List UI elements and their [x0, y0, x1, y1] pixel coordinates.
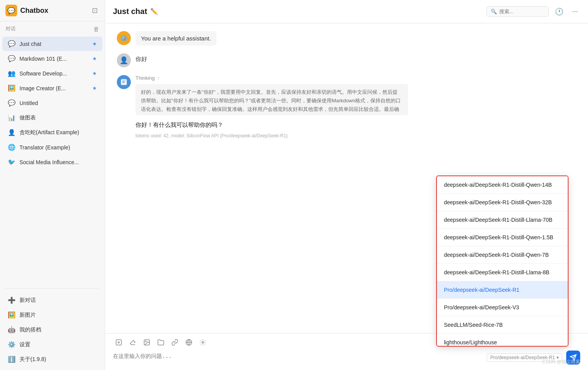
user-message: 👤 你好	[117, 53, 576, 67]
bottom-item-new-chat[interactable]: ➕ 新对话	[2, 293, 102, 307]
search-icon: 🔍	[491, 9, 497, 14]
bottom-item-label: 新图片	[19, 312, 36, 319]
more-options-button[interactable]: ···	[570, 6, 580, 17]
sidebar: 💬 Chatbox ⊡ 对话 🗑 💬 Just chat ★ 💬 Markdow…	[0, 0, 105, 370]
more-settings-button[interactable]	[197, 337, 209, 347]
svg-rect-2	[122, 82, 125, 83]
app-title: Chatbox	[20, 7, 48, 15]
bottom-item-settings[interactable]: ⚙️ 设置	[2, 337, 102, 352]
nav-item-icon: 🐦	[8, 158, 16, 166]
nav-item-icon: 👤	[8, 129, 16, 136]
nav-list: 💬 Just chat ★ 💬 Markdown 101 (E... ★ 👥 S…	[0, 35, 105, 286]
dropdown-item-lighthouse[interactable]: lighthouse/Lighthouse	[437, 334, 568, 347]
nav-item-icon: 💬	[8, 99, 16, 107]
bottom-item-my-partner[interactable]: 🤖 我的搭档	[2, 323, 102, 337]
bottom-item-icon: ⚙️	[8, 341, 16, 348]
dropdown-item-seed-rice-7b[interactable]: SeedLLM/Seed-Rice-7B	[437, 316, 568, 334]
sidebar-item-untitled[interactable]: 💬 Untitled	[2, 96, 102, 110]
dropdown-item-ds-r1-7b[interactable]: deepseek-ai/DeepSeek-R1-Distill-Qwen-7B	[437, 246, 568, 264]
ai-meta: tokens used: 42, model: SiliconFlow API …	[136, 133, 408, 139]
nav-item-label: Image Creator (E...	[19, 85, 88, 91]
search-input[interactable]	[499, 9, 544, 14]
dropdown-item-pro-ds-v3[interactable]: Pro/deepseek-ai/DeepSeek-V3	[437, 299, 568, 316]
dropdown-item-ds-r1-llama-70b[interactable]: deepseek-ai/DeepSeek-R1-Distill-Llama-70…	[437, 211, 568, 229]
star-icon: ★	[92, 41, 97, 47]
thinking-arrow[interactable]: ↑	[157, 75, 159, 81]
sidebar-item-just-chat[interactable]: 💬 Just chat ★	[2, 37, 102, 51]
history-button[interactable]: 🕐	[553, 6, 566, 18]
nav-item-label: Untitled	[19, 100, 97, 106]
system-message-text: You are a helpful assistant.	[136, 31, 217, 46]
conversations-section-label: 对话 🗑	[0, 21, 105, 35]
link-button[interactable]	[169, 337, 181, 347]
edit-title-icon[interactable]: ✏️	[150, 8, 158, 15]
bottom-item-icon: ➕	[8, 296, 16, 304]
main-header: Just chat ✏️ 🔍 🕐 ···	[105, 0, 588, 23]
logo-icon: 💬	[5, 5, 17, 16]
sidebar-item-markdown-101[interactable]: 💬 Markdown 101 (E... ★	[2, 51, 102, 66]
bottom-item-new-image[interactable]: 🖼️ 新图片	[2, 308, 102, 322]
system-message: ⚙️ You are a helpful assistant.	[117, 31, 576, 46]
thinking-label: Thinking	[136, 75, 155, 81]
sidebar-item-image-creator[interactable]: 🖼️ Image Creator (E... ★	[2, 81, 102, 95]
star-icon: ★	[92, 70, 97, 76]
dropdown-item-ds-r1-1_5b[interactable]: deepseek-ai/DeepSeek-R1-Distill-Qwen-1.5…	[437, 229, 568, 246]
ai-message: Thinking ↑ 好的，现在用户发来了一条"你好"，我需要用中文回复。首先，…	[117, 75, 576, 139]
dropdown-item-ds-r1-32b[interactable]: deepseek-ai/DeepSeek-R1-Distill-Qwen-32B	[437, 194, 568, 211]
nav-item-label: 做图表	[19, 114, 97, 121]
image-button[interactable]	[141, 337, 153, 347]
bottom-item-label: 关于(1.9.8)	[19, 356, 46, 363]
attach-button[interactable]	[113, 337, 125, 347]
star-icon: ★	[92, 56, 97, 61]
thinking-box: 好的，现在用户发来了一条"你好"，我需要用中文回复。首先，应该保持友好和亲切的语…	[136, 84, 408, 115]
folder-button[interactable]	[155, 337, 167, 347]
sidebar-item-translator[interactable]: 🌐 Translator (Example)	[2, 140, 102, 154]
ai-content: Thinking ↑ 好的，现在用户发来了一条"你好"，我需要用中文回复。首先，…	[136, 75, 408, 139]
dropdown-item-pro-ds-r1[interactable]: Pro/deepseek-ai/DeepSeek-R1	[437, 281, 568, 299]
nav-item-label: Just chat	[19, 41, 88, 47]
nav-item-label: Translator (Example)	[19, 144, 97, 151]
nav-item-icon: 🌐	[8, 144, 16, 151]
star-icon: ★	[92, 85, 97, 91]
eraser-button[interactable]	[127, 337, 139, 347]
watermark: CSDN @烟尘雨雾	[542, 359, 580, 365]
dropdown-item-ds-r1-llama-8b[interactable]: deepseek-ai/DeepSeek-R1-Distill-Llama-8B	[437, 264, 568, 281]
nav-item-label: Markdown 101 (E...	[19, 56, 88, 62]
chat-title-row: Just chat ✏️	[113, 7, 158, 16]
message-input[interactable]	[113, 353, 483, 362]
bottom-item-about[interactable]: ℹ️ 关于(1.9.8)	[2, 352, 102, 366]
sidebar-bottom: ➕ 新对话 🖼️ 新图片 🤖 我的搭档 ⚙️ 设置 ℹ️ 关于(1.9.8)	[0, 291, 105, 370]
sidebar-item-greedy-snake[interactable]: 👤 贪吃蛇(Artifact Example)	[2, 125, 102, 140]
user-avatar: 👤	[117, 53, 131, 67]
collapse-sidebar-button[interactable]: ⊡	[90, 5, 99, 16]
nav-divider	[5, 288, 99, 289]
input-row: Pro/deepseek-ai/DeepSeek-R1 ▾	[113, 351, 580, 365]
nav-item-icon: 🖼️	[8, 84, 16, 92]
search-box[interactable]: 🔍	[486, 6, 549, 17]
sidebar-header: 💬 Chatbox ⊡	[0, 0, 105, 21]
main-panel: Just chat ✏️ 🔍 🕐 ··· ⚙️ You are a helpfu…	[105, 0, 588, 370]
sidebar-item-software-develop[interactable]: 👥 Software Develop... ★	[2, 66, 102, 81]
nav-item-label: Social Media Influence...	[19, 159, 97, 165]
bottom-item-label: 新对话	[19, 297, 36, 304]
web-button[interactable]	[183, 337, 195, 347]
nav-item-icon: 👥	[8, 70, 16, 77]
sidebar-item-make-chart[interactable]: 📊 做图表	[2, 110, 102, 125]
nav-item-icon: 💬	[8, 55, 16, 62]
bottom-item-icon: 🤖	[8, 326, 16, 333]
sidebar-logo: 💬 Chatbox	[5, 5, 48, 16]
dropdown-item-ds-r1-14b[interactable]: deepseek-ai/DeepSeek-R1-Distill-Qwen-14B	[437, 176, 568, 194]
nav-item-icon: 📊	[8, 114, 16, 121]
chat-title: Just chat	[113, 7, 147, 16]
svg-point-8	[202, 342, 204, 344]
nav-item-icon: 💬	[8, 40, 16, 47]
ai-avatar	[117, 75, 131, 89]
clear-conversations-button[interactable]: 🗑	[93, 26, 99, 32]
bottom-item-label: 我的搭档	[19, 326, 41, 333]
bottom-item-label: 设置	[19, 341, 30, 348]
thinking-header: Thinking ↑	[136, 75, 408, 81]
ai-reply-text: 你好！有什么我可以帮助你的吗？	[136, 120, 408, 130]
model-dropdown: deepseek-ai/DeepSeek-R1-Distill-Qwen-14B…	[436, 175, 569, 347]
sidebar-item-social-media[interactable]: 🐦 Social Media Influence...	[2, 155, 102, 169]
header-actions: 🔍 🕐 ···	[486, 6, 580, 18]
